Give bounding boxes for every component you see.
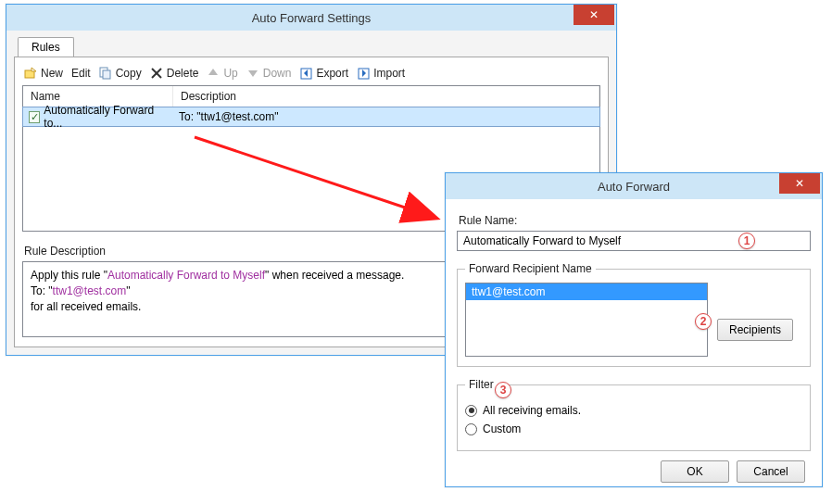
delete-button[interactable]: Delete: [150, 67, 199, 80]
table-row[interactable]: ✓ Automatically Forward to... To: "ttw1@…: [22, 107, 600, 127]
dialog-buttons: OK Cancel: [457, 451, 811, 486]
filter-legend: Filter: [465, 378, 498, 391]
ok-button[interactable]: OK: [661, 460, 729, 483]
rule-name-label: Rule Name:: [459, 214, 809, 227]
rule-name-value: Automatically Forward to Myself: [463, 234, 621, 247]
down-button: Down: [246, 67, 292, 80]
import-button[interactable]: Import: [357, 67, 405, 80]
forward-client: Rule Name: Automatically Forward to Myse…: [446, 199, 822, 486]
export-button[interactable]: Export: [299, 67, 348, 80]
tabstrip: Rules: [14, 36, 609, 57]
settings-close-button[interactable]: ✕: [574, 5, 614, 25]
new-label: New: [41, 67, 63, 80]
up-label: Up: [223, 67, 237, 80]
edit-button[interactable]: Edit: [71, 67, 91, 80]
recipients-button[interactable]: Recipients: [717, 319, 793, 341]
close-icon: ✕: [795, 178, 804, 189]
settings-title: Auto Forward Settings: [6, 11, 616, 25]
copy-label: Copy: [116, 67, 142, 80]
callout-1: 1: [738, 233, 755, 249]
svg-marker-6: [208, 69, 218, 75]
desc-to-link[interactable]: ttw1@test.com: [53, 284, 127, 297]
forward-titlebar: Auto Forward ✕: [446, 173, 822, 199]
svg-marker-11: [362, 69, 366, 77]
import-label: Import: [373, 67, 405, 80]
filter-custom-row[interactable]: Custom: [465, 422, 802, 435]
export-icon: [299, 67, 312, 80]
forward-title: Auto Forward: [446, 180, 822, 194]
filter-custom-radio[interactable]: [465, 423, 477, 435]
rule-name: Automatically Forward to...: [44, 104, 168, 130]
import-icon: [357, 67, 370, 80]
svg-marker-9: [304, 69, 308, 77]
settings-titlebar: Auto Forward Settings ✕: [6, 5, 616, 31]
arrow-down-icon: [246, 67, 259, 80]
edit-label: Edit: [71, 67, 91, 80]
recipient-item[interactable]: ttw1@test.com: [466, 284, 707, 300]
callout-3: 3: [495, 382, 511, 398]
tab-rules[interactable]: Rules: [18, 37, 74, 57]
arrow-up-icon: [207, 67, 220, 80]
rule-description-cell: To: "ttw1@test.com": [173, 110, 599, 123]
rule-name-input[interactable]: Automatically Forward to Myself: [457, 231, 811, 251]
rule-checkbox[interactable]: ✓: [29, 111, 40, 123]
filter-group: Filter 3 All receiving emails. Custom: [457, 378, 811, 451]
forward-window: Auto Forward ✕ Rule Name: Automatically …: [445, 172, 823, 487]
svg-marker-1: [32, 68, 36, 71]
filter-custom-label: Custom: [483, 422, 521, 435]
filter-all-radio[interactable]: [465, 405, 477, 417]
cancel-button[interactable]: Cancel: [737, 460, 805, 483]
copy-icon: [99, 67, 112, 80]
new-button[interactable]: New: [24, 67, 63, 80]
svg-marker-7: [248, 70, 258, 77]
new-icon: [24, 67, 37, 80]
up-button: Up: [207, 67, 237, 80]
filter-all-label: All receiving emails.: [483, 404, 581, 417]
down-label: Down: [263, 67, 292, 80]
close-icon: ✕: [589, 9, 599, 20]
filter-all-row[interactable]: All receiving emails.: [465, 404, 802, 417]
callout-2: 2: [695, 313, 712, 330]
toolbar: New Edit Copy Delete: [22, 63, 600, 85]
svg-rect-3: [103, 70, 110, 79]
recipient-group: Forward Recipient Name ttw1@test.com 2 R…: [457, 262, 811, 367]
delete-label: Delete: [167, 67, 199, 80]
recipient-legend: Forward Recipient Name: [465, 262, 596, 275]
forward-close-button[interactable]: ✕: [779, 173, 820, 194]
copy-button[interactable]: Copy: [99, 67, 142, 80]
col-description[interactable]: Description: [173, 86, 599, 107]
delete-icon: [150, 67, 163, 80]
export-label: Export: [316, 67, 348, 80]
desc-rule-link[interactable]: Automatically Forward to Myself: [107, 269, 265, 282]
recipient-listbox[interactable]: ttw1@test.com: [465, 283, 708, 357]
